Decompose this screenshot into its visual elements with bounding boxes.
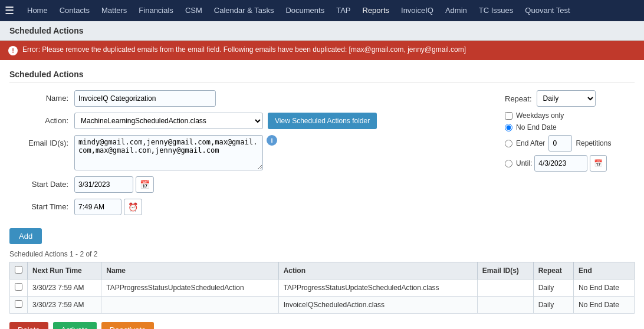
section-title: Scheduled Actions [9,70,635,83]
until-input[interactable] [534,155,587,172]
start-date-row: Start Date: 📅 [9,176,481,193]
action-select[interactable]: MachineLearningScheduledAction.classTAPP… [74,113,263,129]
no-end-date-radio[interactable] [505,124,512,131]
menu-icon[interactable]: ☰ [5,4,14,17]
activate-button[interactable]: Activate [53,322,97,329]
until-radio[interactable] [505,160,512,167]
table-cell-row1-col4 [477,297,533,314]
repetitions-input[interactable] [548,135,572,152]
page-title: Scheduled Actions [9,26,84,35]
error-bar: ! Error: Please remove the duplicated em… [0,41,644,60]
form-right: Repeat: DailyWeeklyMonthly Weekdays only… [505,90,635,221]
repeat-select[interactable]: DailyWeeklyMonthly [537,90,596,107]
add-button[interactable]: Add [9,228,42,244]
start-time-row: Start Time: ⏰ [9,199,481,215]
name-label: Name: [9,90,74,103]
main-content: Scheduled Actions Name: Action: MachineL… [0,60,644,329]
table-header-Email ID(s): Email ID(s) [477,262,533,279]
until-label: Until: [516,159,532,167]
navigation: ☰ HomeContactsMattersFinancialsCSMCalend… [0,0,644,21]
table-cell-row0-col6: No End Date [574,279,635,297]
start-time-input[interactable] [74,199,121,215]
page-title-bar: Scheduled Actions [0,21,644,41]
end-after-label: End After [516,139,545,147]
email-row: Email ID(s): mindy@gmail.com,jenny@gmail… [9,135,481,170]
nav-item-home[interactable]: Home [21,6,54,15]
nav-item-reports[interactable]: Reports [357,6,396,15]
email-label: Email ID(s): [9,135,74,147]
nav-item-csm[interactable]: CSM [179,6,208,15]
nav-item-admin[interactable]: Admin [439,6,473,15]
email-group: mindy@gmail.com,jenny@gmail.com,max@gmai… [74,135,277,170]
row-checkbox[interactable] [15,283,22,291]
weekdays-only-checkbox[interactable] [505,112,512,120]
start-date-input[interactable] [74,176,133,193]
repetitions-label: Repetitions [576,139,611,147]
table-cell-row1-col0[interactable] [10,297,28,314]
table-cell-row0-col1: 3/30/23 7:59 AM [28,279,101,297]
bottom-buttons: Delete Activate Deactivate [9,322,635,329]
table-cell-row0-col2: TAPProgressStatusUpdateScheduledAction [101,279,278,297]
select-all-checkbox[interactable] [15,266,22,274]
table-header-Name: Name [101,262,278,279]
no-end-date-label: No End Date [516,123,557,131]
info-icon: i [267,135,277,146]
nav-item-contacts[interactable]: Contacts [54,6,96,15]
table-header-End: End [574,262,635,279]
end-after-radio[interactable] [505,140,512,147]
start-time-clock-icon[interactable]: ⏰ [124,199,142,215]
table-cell-row1-col6: No End Date [574,297,635,314]
nav-item-quovant-test[interactable]: Quovant Test [519,6,576,15]
deactivate-button[interactable]: Deactivate [101,322,154,329]
nav-item-calendar---tasks[interactable]: Calendar & Tasks [208,6,280,15]
no-end-date-row: No End Date [505,123,635,131]
table-cell-row0-col5: Daily [533,279,573,297]
start-date-group: 📅 [74,176,154,193]
nav-item-tap[interactable]: TAP [330,6,356,15]
email-textarea[interactable]: mindy@gmail.com,jenny@gmail.com,max@gmai… [74,135,263,170]
name-row: Name: [9,90,481,107]
table-cell-row1-col5: Daily [533,297,573,314]
form-left: Name: Action: MachineLearningScheduledAc… [9,90,481,221]
table-body: 3/30/23 7:59 AMTAPProgressStatusUpdateSc… [10,279,635,314]
table-row: 3/30/23 7:59 AMInvoiceIQScheduledAction.… [10,297,635,314]
action-control-group: MachineLearningScheduledAction.classTAPP… [74,113,377,129]
scheduled-actions-table: Next Run TimeNameActionEmail ID(s)Repeat… [9,262,635,314]
form-area: Name: Action: MachineLearningScheduledAc… [9,90,635,221]
nav-item-documents[interactable]: Documents [280,6,330,15]
row-checkbox[interactable] [15,300,22,308]
action-label: Action: [9,113,74,125]
nav-item-matters[interactable]: Matters [96,6,133,15]
table-header: Next Run TimeNameActionEmail ID(s)Repeat… [10,262,635,279]
start-date-label: Start Date: [9,176,74,189]
table-header-checkbox [10,262,28,279]
action-row: Action: MachineLearningScheduledAction.c… [9,113,481,129]
table-cell-row1-col2 [101,297,278,314]
until-row: Until: 📅 [505,155,635,172]
start-time-label: Start Time: [9,199,74,211]
table-cell-row0-col0[interactable] [10,279,28,297]
start-time-group: ⏰ [74,199,142,215]
table-header-Action: Action [278,262,477,279]
name-input[interactable] [74,90,216,107]
table-row: 3/30/23 7:59 AMTAPProgressStatusUpdateSc… [10,279,635,297]
table-cell-row1-col1: 3/30/23 7:59 AM [28,297,101,314]
table-cell-row0-col3: TAPProgressStatusUpdateScheduledAction.c… [278,279,477,297]
table-header-Next Run Time: Next Run Time [28,262,101,279]
error-message: Error: Please remove the duplicated emai… [22,45,466,54]
until-calendar-icon[interactable]: 📅 [590,155,607,172]
table-cell-row0-col4 [477,279,533,297]
table-cell-row1-col3: InvoiceIQScheduledAction.class [278,297,477,314]
table-info: Scheduled Actions 1 - 2 of 2 [9,250,635,258]
start-date-calendar-icon[interactable]: 📅 [136,176,154,193]
weekdays-only-row: Weekdays only [505,111,635,120]
view-scheduled-actions-button[interactable]: View Scheduled Actions folder [268,113,377,129]
nav-item-invoiceiq[interactable]: InvoiceIQ [395,6,439,15]
repeat-row: Repeat: DailyWeeklyMonthly [505,90,635,107]
repeat-label: Repeat: [505,94,532,103]
nav-item-tc-issues[interactable]: TC Issues [473,6,520,15]
nav-item-financials[interactable]: Financials [133,6,179,15]
delete-button[interactable]: Delete [9,322,48,329]
table-header-Repeat: Repeat [533,262,573,279]
end-after-row: End After Repetitions [505,135,635,152]
